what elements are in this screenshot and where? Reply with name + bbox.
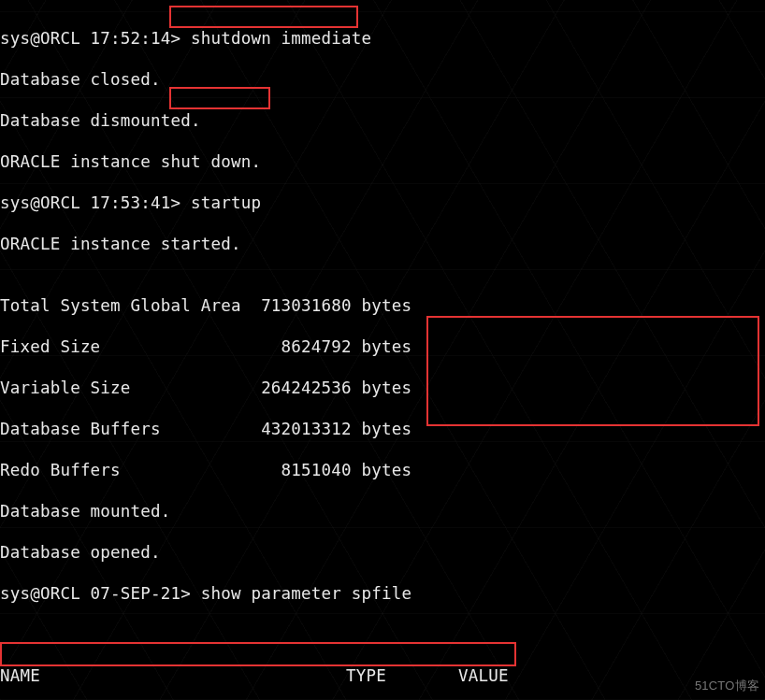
table-header: NAMETYPEVALUE [0, 665, 765, 686]
output-line: ORACLE instance started. [0, 234, 765, 254]
output-line: Database Buffers 432013312 bytes [0, 419, 765, 439]
cmd-shutdown: shutdown immediate [180, 29, 371, 48]
prompt-line[interactable]: sys@ORCL 17:52:14> shutdown immediate [0, 28, 765, 49]
prompt-line[interactable]: sys@ORCL 17:53:41> startup [0, 193, 765, 213]
output-line: Total System Global Area 713031680 bytes [0, 295, 765, 316]
blank-line [0, 624, 765, 645]
output-line: Redo Buffers 8151040 bytes [0, 460, 765, 480]
output-line: Database dismounted. [0, 110, 765, 131]
cmd-show-spfile: show parameter spfile [191, 584, 411, 603]
cmd-startup: startup [180, 193, 261, 212]
terminal-output: sys@ORCL 17:52:14> shutdown immediate Da… [0, 0, 765, 700]
output-line: Fixed Size 8624792 bytes [0, 336, 765, 357]
output-line: Database opened. [0, 542, 765, 563]
prompt-line[interactable]: sys@ORCL 07-SEP-21> show parameter spfil… [0, 583, 765, 604]
watermark-text: 51CTO博客 [695, 676, 759, 696]
output-line: Variable Size 264242536 bytes [0, 378, 765, 398]
output-line: Database closed. [0, 69, 765, 90]
output-line: ORACLE instance shut down. [0, 151, 765, 172]
output-line: Database mounted. [0, 501, 765, 521]
